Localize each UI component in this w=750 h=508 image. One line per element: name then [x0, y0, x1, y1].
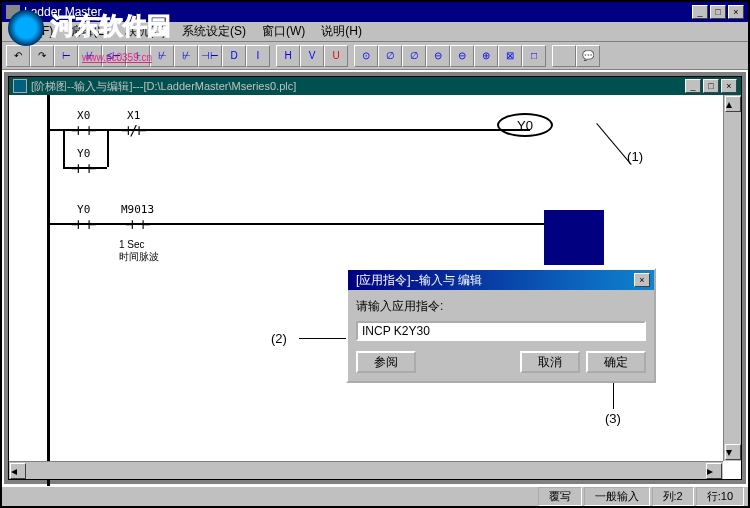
- scroll-up-button[interactable]: ▴: [725, 96, 741, 112]
- minimize-button[interactable]: _: [692, 5, 708, 19]
- annotation-3: (3): [605, 411, 621, 426]
- scroll-down-button[interactable]: ▾: [725, 444, 741, 460]
- dialog-label: 请输入应用指令:: [356, 298, 646, 315]
- coil-d-button[interactable]: ⊠: [498, 45, 522, 67]
- reference-button[interactable]: 参阅: [356, 351, 416, 373]
- watermark-overlay: 河东软件园: [8, 10, 171, 46]
- idxc-button[interactable]: 💬: [576, 45, 600, 67]
- contact-f-button[interactable]: ⊬: [174, 45, 198, 67]
- contact-h-button[interactable]: D: [222, 45, 246, 67]
- contact-m9013[interactable]: M9013 ⊣ ⊢: [121, 203, 154, 232]
- vertical-scrollbar[interactable]: ▴ ▾: [723, 95, 741, 461]
- dialog-title-text: [应用指令]--输入与 编辑: [356, 272, 482, 289]
- status-bar: 覆写 一般输入 列:2 行:10: [2, 486, 748, 506]
- line-v-button[interactable]: V: [300, 45, 324, 67]
- undo-button[interactable]: ↶: [6, 45, 30, 67]
- child-title-text: [阶梯图--输入与编辑]---[D:\LadderMaster\Mseries0…: [31, 79, 296, 94]
- status-input-mode: 一般输入: [584, 487, 650, 506]
- scroll-right-button[interactable]: ▸: [706, 463, 722, 479]
- dialog-close-button[interactable]: ×: [634, 273, 650, 287]
- menu-help[interactable]: 说明(H): [313, 21, 370, 42]
- cancel-button[interactable]: 取消: [520, 351, 580, 373]
- line-u-button[interactable]: U: [324, 45, 348, 67]
- contact-e-button[interactable]: ⊬: [150, 45, 174, 67]
- branch-v2: [107, 129, 109, 167]
- status-overwrite: 覆写: [538, 487, 582, 506]
- coil-s-button[interactable]: ⊖: [426, 45, 450, 67]
- coil-r-button[interactable]: ⊖: [450, 45, 474, 67]
- comment-button[interactable]: [552, 45, 576, 67]
- contact-g-button[interactable]: ⊣⊢: [198, 45, 222, 67]
- coil-f-button[interactable]: □: [522, 45, 546, 67]
- watermark-url: www.pc0359.cn: [82, 52, 152, 63]
- coil-t-button[interactable]: ∅: [378, 45, 402, 67]
- contact-y0-branch[interactable]: Y0 ⊣ ⊢: [71, 147, 96, 176]
- child-title-bar: [阶梯图--输入与编辑]---[D:\LadderMaster\Mseries0…: [9, 77, 741, 95]
- contact-y0-r2[interactable]: Y0 ⊣ ⊢: [71, 203, 96, 232]
- left-rail: [47, 95, 50, 495]
- horizontal-scrollbar[interactable]: ◂ ▸: [9, 461, 723, 479]
- note-1sec: 1 Sec 时间脉波: [119, 239, 159, 264]
- dialog-title-bar[interactable]: [应用指令]--输入与 编辑 ×: [348, 270, 654, 290]
- document-icon: [13, 79, 27, 93]
- menu-window[interactable]: 窗口(W): [254, 21, 313, 42]
- contact-a-button[interactable]: ⊢: [54, 45, 78, 67]
- menu-system[interactable]: 系统设定(S): [174, 21, 254, 42]
- annotation-2-line: [299, 338, 349, 339]
- coil-c-button[interactable]: ∅: [402, 45, 426, 67]
- child-close-button[interactable]: ×: [721, 79, 737, 93]
- instruction-dialog: [应用指令]--输入与 编辑 × 请输入应用指令: 参阅 取消 确定: [346, 268, 656, 383]
- annotation-2: (2): [271, 331, 287, 346]
- annotation-1-line: [596, 123, 631, 165]
- coil-y0[interactable]: Y0: [497, 113, 553, 137]
- contact-x1[interactable]: X1 ⊣/⊢: [121, 109, 146, 138]
- instruction-input[interactable]: [356, 321, 646, 341]
- redo-button[interactable]: ↷: [30, 45, 54, 67]
- line-h-button[interactable]: H: [276, 45, 300, 67]
- coil-u-button[interactable]: ⊕: [474, 45, 498, 67]
- child-maximize-button[interactable]: □: [703, 79, 719, 93]
- contact-i-button[interactable]: I: [246, 45, 270, 67]
- ok-button[interactable]: 确定: [586, 351, 646, 373]
- watermark-logo-icon: [8, 10, 44, 46]
- selected-output-block[interactable]: [544, 210, 604, 265]
- contact-x0[interactable]: X0 ⊣ ⊢: [71, 109, 96, 138]
- close-button[interactable]: ×: [728, 5, 744, 19]
- scroll-left-button[interactable]: ◂: [10, 463, 26, 479]
- maximize-button[interactable]: □: [710, 5, 726, 19]
- status-row: 行:10: [696, 487, 744, 506]
- branch-v1: [63, 129, 65, 167]
- coil-o-button[interactable]: ⊙: [354, 45, 378, 67]
- status-column: 列:2: [652, 487, 694, 506]
- child-minimize-button[interactable]: _: [685, 79, 701, 93]
